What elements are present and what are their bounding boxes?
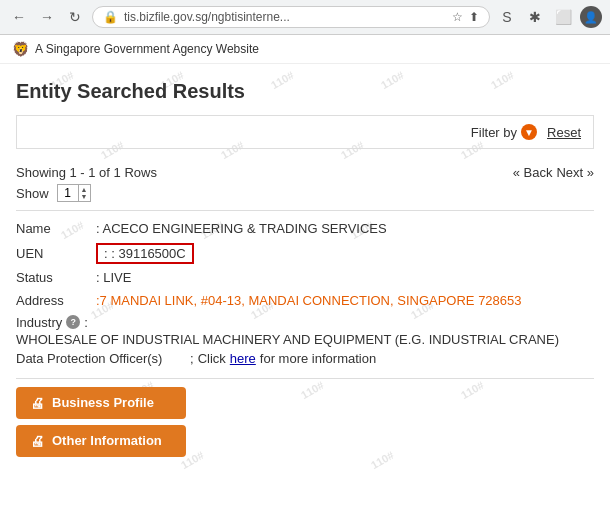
industry-block: Industry ? : WHOLESALE OF INDUSTRIAL MAC… [16, 315, 594, 347]
gov-banner: 🦁 A Singapore Government Agency Website [0, 35, 610, 64]
other-information-icon: 🖨 [30, 433, 44, 449]
other-information-label: Other Information [52, 433, 162, 448]
reset-button[interactable]: Reset [547, 125, 581, 140]
industry-value: WHOLESALE OF INDUSTRIAL MACHINERY AND EQ… [16, 332, 594, 347]
showing-text: Showing 1 - 1 of 1 Rows [16, 165, 157, 180]
uen-label: UEN [16, 246, 96, 261]
dpo-row: Data Protection Officer(s) ; Click here … [16, 351, 594, 366]
status-value: : LIVE [96, 268, 131, 288]
uen-value: : : 39116500C [96, 243, 194, 264]
business-profile-label: Business Profile [52, 395, 154, 410]
address-label: Address [16, 291, 96, 311]
results-section: Showing 1 - 1 of 1 Rows « Back Next » Sh… [16, 157, 594, 465]
other-information-button[interactable]: 🖨 Other Information [16, 425, 186, 457]
status-row: Status : LIVE [16, 268, 594, 288]
show-row: Show ▲ ▼ [16, 184, 594, 202]
browser-icons-group: S ✱ ⬜ 👤 [496, 6, 602, 28]
industry-header: Industry ? : [16, 315, 594, 330]
extensions-button[interactable]: S [496, 6, 518, 28]
page-number-input[interactable] [58, 185, 78, 201]
name-row: Name : ACECO ENGINEERING & TRADING SERVI… [16, 219, 594, 239]
page-title: Entity Searched Results [16, 80, 594, 103]
back-button[interactable]: ← [8, 6, 30, 28]
address-row: Address :7 MANDAI LINK, #04-13, MANDAI C… [16, 291, 594, 311]
dpo-prefix: Click [198, 351, 226, 366]
action-buttons: 🖨 Business Profile 🖨 Other Information [16, 387, 594, 457]
filter-by-button[interactable]: Filter by ▼ [471, 124, 537, 140]
info-icon: ? [66, 315, 80, 329]
browser-toolbar: ← → ↻ 🔒 tis.bizfile.gov.sg/ngbtisinterne… [0, 0, 610, 35]
business-profile-icon: 🖨 [30, 395, 44, 411]
spin-arrows[interactable]: ▲ ▼ [78, 185, 90, 201]
name-value: : ACECO ENGINEERING & TRADING SERVICES [96, 219, 387, 239]
lock-icon: 🔒 [103, 10, 118, 24]
status-label: Status [16, 268, 96, 288]
divider [16, 210, 594, 211]
industry-label: Industry [16, 315, 62, 330]
dpo-suffix: for more information [260, 351, 376, 366]
address-bar[interactable]: 🔒 tis.bizfile.gov.sg/ngbtisinterne... ☆ … [92, 6, 490, 28]
main-content: 110# 110# 110# 110# 110# 110# 110# 110# … [0, 64, 610, 481]
star-icon: ☆ [452, 10, 463, 24]
show-label: Show [16, 186, 49, 201]
refresh-button[interactable]: ↻ [64, 6, 86, 28]
forward-button[interactable]: → [36, 6, 58, 28]
divider-2 [16, 378, 594, 379]
tab-icon-button[interactable]: ⬜ [552, 6, 574, 28]
industry-colon: : [84, 315, 88, 330]
profile-avatar[interactable]: 👤 [580, 6, 602, 28]
share-icon: ⬆ [469, 10, 479, 24]
dpo-here-link[interactable]: here [230, 351, 256, 366]
uen-row: UEN : : 39116500C [16, 243, 594, 264]
filter-by-label: Filter by [471, 125, 517, 140]
pagination: « Back Next » [513, 165, 594, 180]
gov-banner-text: A Singapore Government Agency Website [35, 42, 259, 56]
next-page-button[interactable]: Next » [556, 165, 594, 180]
filter-bar: Filter by ▼ Reset [16, 115, 594, 149]
address-value: :7 MANDAI LINK, #04-13, MANDAI CONNECTIO… [96, 291, 522, 311]
dpo-label: Data Protection Officer(s) [16, 351, 186, 366]
name-label: Name [16, 219, 96, 239]
business-profile-button[interactable]: 🖨 Business Profile [16, 387, 186, 419]
showing-pagination-row: Showing 1 - 1 of 1 Rows « Back Next » [16, 165, 594, 180]
puzzle-icon-button[interactable]: ✱ [524, 6, 546, 28]
dpo-colon: ; [190, 351, 194, 366]
filter-indicator: ▼ [521, 124, 537, 140]
lion-icon: 🦁 [12, 41, 29, 57]
url-text: tis.bizfile.gov.sg/ngbtisinterne... [124, 10, 446, 24]
back-page-button[interactable]: « Back [513, 165, 553, 180]
